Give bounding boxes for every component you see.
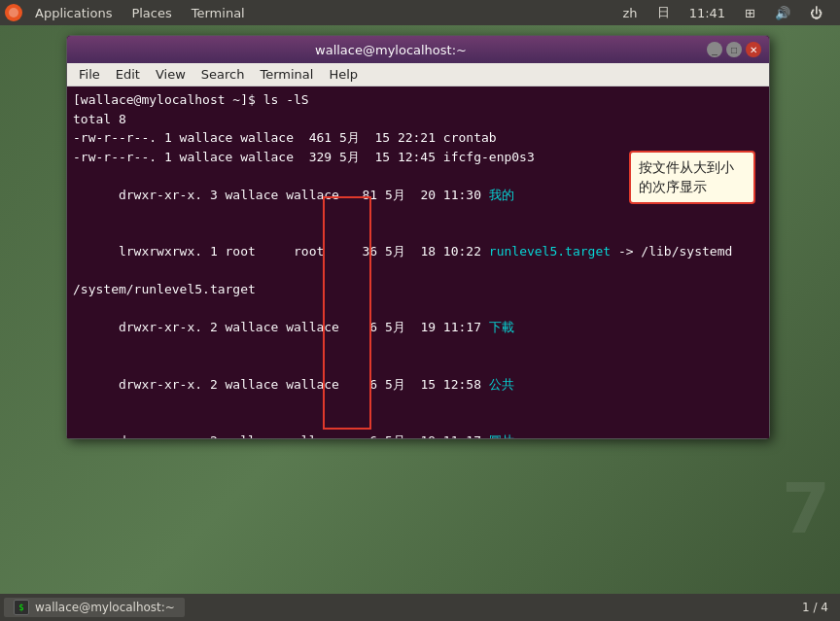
title-bar: wallace@mylocalhost:~ _ □ ✕ bbox=[67, 36, 769, 63]
line8-name: 圖片 bbox=[489, 433, 514, 438]
svg-point-1 bbox=[9, 8, 18, 17]
applications-menu[interactable]: Applications bbox=[25, 4, 122, 22]
terminal-line-6: drwxr-xr-x. 2 wallace wallace 6 5月 19 11… bbox=[73, 299, 763, 357]
line5-prefix: lrwxrwxrwx. 1 root root 36 5月 18 10:22 bbox=[119, 244, 489, 259]
power-icon[interactable]: ⏻ bbox=[804, 4, 828, 22]
taskbar-terminal-item[interactable]: $ wallace@mylocalhost:~ bbox=[4, 598, 185, 617]
terminal-line-1: total 8 bbox=[73, 110, 763, 129]
line6-name: 下載 bbox=[489, 320, 514, 334]
line7-name: 公共 bbox=[489, 377, 514, 392]
taskbar: $ wallace@mylocalhost:~ 1 / 4 bbox=[0, 594, 840, 621]
line7-prefix: drwxr-xr-x. 2 wallace wallace 6 5月 15 12… bbox=[119, 377, 489, 392]
line4-prefix: drwxr-xr-x. 3 wallace wallace 81 5月 20 1… bbox=[119, 188, 489, 202]
language-indicator[interactable]: zh bbox=[617, 4, 644, 22]
help-menu[interactable]: Help bbox=[321, 65, 366, 84]
search-menu[interactable]: Search bbox=[193, 65, 253, 84]
terminal-line-2: -rw-r--r--. 1 wallace wallace 461 5月 15 … bbox=[73, 128, 763, 148]
edit-menu[interactable]: Edit bbox=[108, 65, 148, 84]
places-menu[interactable]: Places bbox=[122, 4, 181, 22]
terminal-taskbar-icon: $ bbox=[14, 600, 29, 615]
line5-link: runlevel5.target bbox=[489, 244, 611, 259]
calendar-icon[interactable]: 日 bbox=[651, 2, 676, 23]
watermark: 7 bbox=[782, 473, 830, 543]
network-icon[interactable]: ⊞ bbox=[739, 4, 761, 22]
terminal-menu-item[interactable]: Terminal bbox=[252, 65, 321, 84]
top-right-section: zh 日 11:41 ⊞ 🔊 ⏻ bbox=[617, 2, 836, 23]
file-menu[interactable]: File bbox=[71, 65, 108, 84]
view-menu[interactable]: View bbox=[148, 65, 193, 84]
terminal-line-8: drwxr-xr-x. 2 wallace wallace 6 5月 19 11… bbox=[73, 413, 763, 439]
terminal-line-5b: /system/runlevel5.target bbox=[73, 280, 763, 299]
os-logo-icon bbox=[4, 3, 23, 22]
terminal-menubar: File Edit View Search Terminal Help bbox=[67, 63, 769, 86]
terminal-line-7: drwxr-xr-x. 2 wallace wallace 6 5月 15 12… bbox=[73, 356, 763, 413]
terminal-menu-top[interactable]: Terminal bbox=[182, 4, 255, 22]
maximize-button[interactable]: □ bbox=[726, 42, 742, 57]
window-title: wallace@mylocalhost:~ bbox=[75, 43, 707, 57]
terminal-line-0: [wallace@mylocalhost ~]$ ls -lS bbox=[73, 90, 763, 110]
terminal-content[interactable]: [wallace@mylocalhost ~]$ ls -lS total 8 … bbox=[67, 86, 769, 438]
line6-prefix: drwxr-xr-x. 2 wallace wallace 6 5月 19 11… bbox=[119, 320, 489, 334]
clock: 11:41 bbox=[683, 4, 731, 22]
annotation-box: 按文件从大到小的次序显示 bbox=[629, 151, 755, 204]
window-controls: _ □ ✕ bbox=[707, 42, 761, 57]
line8-prefix: drwxr-xr-x. 2 wallace wallace 6 5月 19 11… bbox=[119, 433, 489, 438]
taskbar-item-label: wallace@mylocalhost:~ bbox=[35, 601, 175, 614]
top-menubar: Applications Places Terminal zh 日 11:41 … bbox=[0, 0, 840, 25]
taskbar-page: 1 / 4 bbox=[802, 601, 836, 614]
line5-arrow: -> /lib/systemd bbox=[611, 244, 732, 259]
volume-icon[interactable]: 🔊 bbox=[769, 4, 796, 22]
minimize-button[interactable]: _ bbox=[707, 42, 722, 57]
line4-name: 我的 bbox=[489, 188, 514, 202]
close-button[interactable]: ✕ bbox=[746, 42, 761, 57]
terminal-line-5: lrwxrwxrwx. 1 root root 36 5月 18 10:22 r… bbox=[73, 224, 763, 281]
terminal-window: wallace@mylocalhost:~ _ □ ✕ File Edit Vi… bbox=[66, 35, 770, 439]
